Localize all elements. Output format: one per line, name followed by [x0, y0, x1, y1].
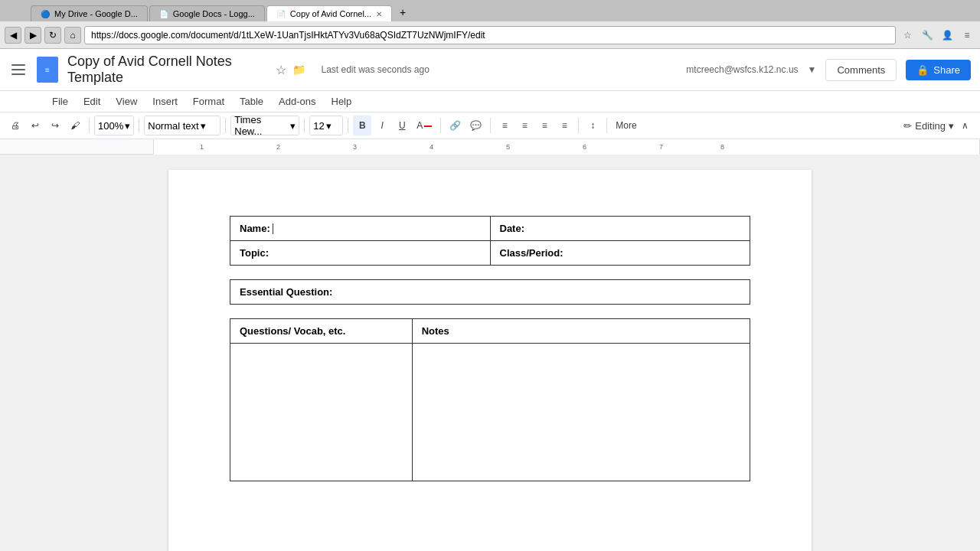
hamburger-line-1 [11, 64, 25, 66]
separator-9 [606, 118, 607, 133]
name-date-row: Name: Date: [230, 217, 750, 241]
doc-area[interactable]: Name: Date: Topic: Class/Period: [0, 155, 980, 551]
zoom-select-box[interactable]: 100% ▾ [94, 116, 134, 135]
menu-insert[interactable]: Insert [146, 93, 184, 110]
align-right-button[interactable]: ≡ [535, 116, 554, 135]
editing-mode-selector[interactable]: ✏ Editing ▾ [903, 120, 954, 132]
print-button[interactable]: 🖨 [6, 116, 24, 135]
align-center-button[interactable]: ≡ [515, 116, 534, 135]
separator-7 [490, 118, 491, 133]
notes-header: Notes [412, 319, 750, 344]
app-container: ≡ Copy of Avid Cornell Notes Template ☆ … [0, 49, 980, 551]
notes-table: Questions/ Vocab, etc. Notes [230, 318, 750, 481]
style-dropdown-icon: ▾ [201, 120, 206, 132]
class-cell[interactable]: Class/Period: [490, 241, 750, 266]
notes-content-cell[interactable] [412, 344, 750, 481]
tab-bar: 🔵 My Drive - Google D... 📄 Google Docs -… [0, 0, 980, 21]
menu-file[interactable]: File [46, 93, 74, 110]
comment-inline-button[interactable]: 💬 [466, 116, 485, 135]
paint-format-button[interactable]: 🖌 [66, 116, 84, 135]
font-dropdown-icon: ▾ [290, 120, 296, 132]
font-size-value: 12 [313, 120, 324, 132]
menu-view[interactable]: View [109, 93, 143, 110]
back-button[interactable]: ◀ [5, 27, 21, 44]
ruler: 1 2 3 4 5 6 7 8 [0, 139, 980, 155]
italic-button[interactable]: I [373, 116, 391, 135]
folder-icon[interactable]: 📁 [292, 64, 305, 76]
style-select-box[interactable]: Normal text ▾ [144, 116, 220, 135]
bold-button[interactable]: B [353, 116, 371, 135]
refresh-button[interactable]: ↻ [44, 27, 61, 44]
topic-label: Topic: [240, 247, 269, 259]
font-size-box[interactable]: 12 ▾ [309, 116, 343, 135]
font-select-box[interactable]: Times New... ▾ [230, 116, 299, 135]
ruler-mark-3: 3 [353, 143, 357, 151]
class-label: Class/Period: [500, 247, 564, 259]
url-bar[interactable] [84, 26, 896, 44]
menu-nav-icon[interactable]: ≡ [959, 27, 975, 44]
tab-2[interactable]: 📄 Google Docs - Logg... [149, 5, 265, 21]
menu-edit[interactable]: Edit [77, 93, 106, 110]
menu-table[interactable]: Table [234, 93, 270, 110]
tab-3-favicon: 📄 [276, 10, 286, 18]
date-cell[interactable]: Date: [490, 217, 750, 241]
tab-3-close[interactable]: ✕ [376, 10, 382, 18]
doc-title: Copy of Avid Cornell Notes Template ☆ 📁 [67, 54, 305, 86]
star-nav-icon[interactable]: ☆ [899, 27, 916, 44]
topic-cell[interactable]: Topic: [230, 241, 491, 266]
more-button[interactable]: More [612, 116, 640, 135]
text-color-button[interactable]: A [413, 116, 436, 135]
separator-4 [304, 118, 305, 133]
tab-3[interactable]: 📄 Copy of Avid Cornel... ✕ [266, 5, 392, 21]
user-email: mtcreech@wsfcs.k12.nc.us [686, 64, 798, 75]
undo-button[interactable]: ↩ [26, 116, 44, 135]
tab-1-favicon: 🔵 [41, 10, 50, 18]
topic-class-row: Topic: Class/Period: [230, 241, 750, 266]
separator-8 [578, 118, 579, 133]
extension-icon[interactable]: 🔧 [919, 27, 936, 44]
notes-content-row [230, 344, 750, 481]
collapse-toolbar-button[interactable]: ∧ [956, 116, 974, 135]
hamburger-button[interactable] [9, 60, 28, 79]
ruler-mark-2: 2 [276, 143, 280, 151]
questions-content-cell[interactable] [230, 344, 413, 481]
menu-format[interactable]: Format [187, 93, 230, 110]
user-icon[interactable]: 👤 [939, 27, 956, 44]
redo-button[interactable]: ↪ [46, 116, 64, 135]
header-table: Name: Date: Topic: Class/Period: [230, 216, 750, 266]
docs-icon-text: ≡ [45, 66, 50, 74]
menu-help[interactable]: Help [325, 93, 358, 110]
line-spacing-button[interactable]: ↕ [583, 116, 602, 135]
align-left-button[interactable]: ≡ [495, 116, 514, 135]
share-button[interactable]: 🔒 Share [906, 60, 971, 80]
home-button[interactable]: ⌂ [64, 27, 81, 44]
star-icon[interactable]: ☆ [276, 63, 286, 77]
hamburger-line-2 [11, 69, 25, 70]
tab-1[interactable]: 🔵 My Drive - Google D... [31, 5, 148, 21]
justify-button[interactable]: ≡ [555, 116, 573, 135]
tab-2-favicon: 📄 [159, 10, 168, 18]
nav-bar: ◀ ▶ ↻ ⌂ ☆ 🔧 👤 ≡ [0, 21, 980, 49]
ruler-mark-6: 6 [583, 143, 586, 151]
doc-page: Name: Date: Topic: Class/Period: [168, 170, 812, 551]
tab-2-label: Google Docs - Logg... [173, 9, 255, 18]
editing-dropdown-icon: ▾ [949, 120, 954, 132]
separator-3 [225, 118, 226, 133]
link-button[interactable]: 🔗 [446, 116, 465, 135]
menu-addons[interactable]: Add-ons [273, 93, 322, 110]
toolbar: 🖨 ↩ ↪ 🖌 100% ▾ Normal text ▾ Times New..… [0, 112, 980, 139]
essential-question-label: Essential Question: [240, 286, 332, 298]
account-dropdown-icon[interactable]: ▼ [808, 64, 817, 75]
last-edit-label: Last edit was seconds ago [321, 64, 429, 75]
underline-button[interactable]: U [393, 116, 411, 135]
name-cell[interactable]: Name: [230, 217, 491, 241]
notes-header-row: Questions/ Vocab, etc. Notes [230, 319, 750, 344]
essential-question-box[interactable]: Essential Question: [230, 279, 750, 305]
date-label: Date: [500, 223, 525, 234]
comments-button[interactable]: Comments [825, 59, 897, 81]
add-tab-button[interactable]: + [394, 3, 412, 21]
doc-title-area: Copy of Avid Cornell Notes Template ☆ 📁 [67, 54, 305, 86]
nav-icons: ☆ 🔧 👤 ≡ [899, 27, 975, 44]
ruler-mark-1: 1 [200, 143, 204, 151]
forward-button[interactable]: ▶ [24, 27, 41, 44]
